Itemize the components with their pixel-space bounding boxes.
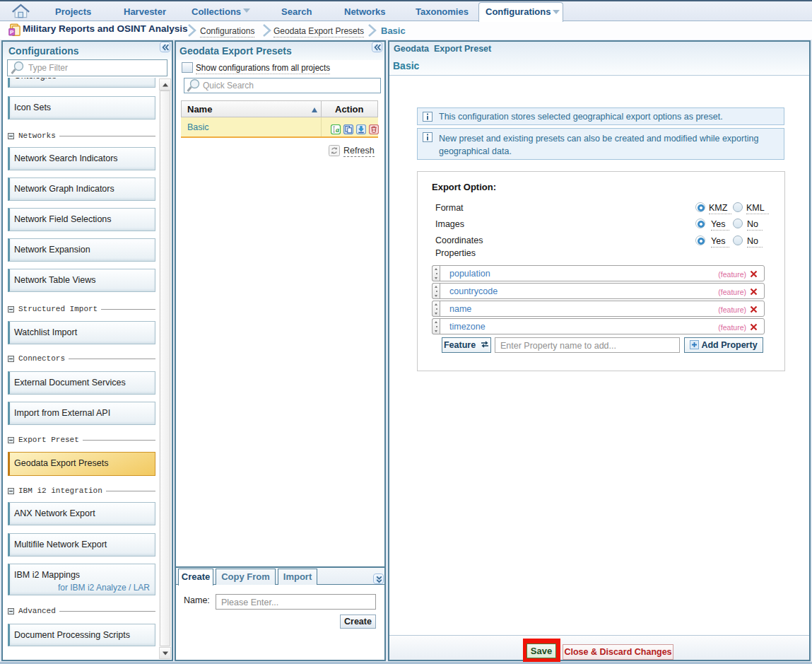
svg-text:P: P xyxy=(10,29,14,35)
svg-text:a: a xyxy=(336,126,339,134)
